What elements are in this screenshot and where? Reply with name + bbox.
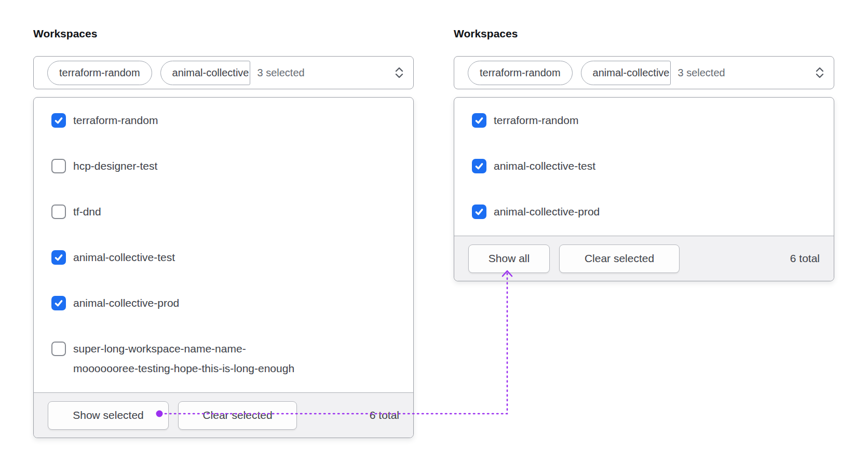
selected-tag-pill[interactable]: terraform-random — [468, 61, 573, 85]
selected-tag-pill[interactable]: animal-collective — [160, 61, 251, 85]
selected-tag-pill[interactable]: terraform-random — [47, 61, 152, 85]
dropdown-listbox: terraform-randomanimal-collective-testan… — [454, 97, 834, 281]
checkmark-icon — [474, 207, 484, 216]
checkmark-icon — [54, 253, 63, 262]
workspace-option[interactable]: terraform-random — [472, 111, 818, 130]
workspace-option[interactable]: animal-collective-prod — [472, 202, 818, 222]
show-all-button[interactable]: Show all — [468, 244, 550, 273]
checkmark-icon — [474, 116, 484, 125]
workspace-option[interactable]: super-long-workspace-name-name-moooooore… — [51, 339, 398, 378]
chevron-up-down-icon — [815, 66, 824, 79]
multiselect-panel-left: Workspaces terraform-randomanimal-collec… — [33, 27, 414, 438]
workspace-option[interactable]: animal-collective-prod — [51, 293, 398, 313]
checkmark-icon — [54, 298, 63, 308]
dropdown-footer: Show selected Clear selected 6 total — [34, 392, 413, 438]
dropdown-listbox: terraform-randomhcp-designer-testtf-dnda… — [33, 97, 414, 438]
selected-count: 3 selected — [257, 67, 304, 79]
workspace-option-label: terraform-random — [73, 111, 158, 130]
show-selected-button[interactable]: Show selected — [48, 401, 169, 430]
workspace-option-label: animal-collective-prod — [494, 202, 600, 222]
checkbox-checked[interactable] — [51, 296, 66, 310]
selected-tag-pills: terraform-randomanimal-collective — [47, 61, 250, 85]
workspace-option-label: animal-collective-test — [494, 156, 595, 176]
workspace-option-label: animal-collective-test — [73, 248, 175, 267]
dropdown-footer: Show all Clear selected 6 total — [454, 236, 834, 281]
multiselect-trigger[interactable]: terraform-randomanimal-collective 3 sele… — [454, 56, 834, 89]
workspace-option[interactable]: animal-collective-test — [51, 248, 398, 267]
selected-count: 3 selected — [677, 67, 725, 79]
field-label: Workspaces — [454, 27, 834, 40]
workspace-option[interactable]: terraform-random — [51, 111, 398, 130]
field-label: Workspaces — [33, 27, 414, 40]
workspace-option-label: super-long-workspace-name-name-moooooore… — [73, 339, 294, 378]
workspace-option-label: hcp-designer-test — [73, 156, 157, 176]
workspace-option[interactable]: tf-dnd — [51, 202, 398, 222]
multiselect-trigger[interactable]: terraform-randomanimal-collective 3 sele… — [33, 56, 414, 89]
multiselect-panel-right: Workspaces terraform-randomanimal-collec… — [454, 27, 834, 281]
checkbox-unchecked[interactable] — [51, 205, 66, 219]
total-count: 6 total — [790, 252, 820, 265]
option-list: terraform-randomanimal-collective-testan… — [454, 98, 834, 236]
selected-tag-pill[interactable]: animal-collective — [581, 61, 671, 85]
workspace-option-label: animal-collective-prod — [73, 293, 179, 313]
checkmark-icon — [54, 116, 63, 125]
option-list: terraform-randomhcp-designer-testtf-dnda… — [34, 98, 413, 392]
checkbox-unchecked[interactable] — [51, 342, 66, 356]
clear-selected-button[interactable]: Clear selected — [178, 401, 297, 430]
workspace-option[interactable]: animal-collective-test — [472, 156, 818, 176]
checkbox-checked[interactable] — [472, 113, 486, 128]
workspace-option-label: tf-dnd — [73, 202, 101, 222]
chevron-up-down-icon — [395, 66, 404, 79]
checkbox-checked[interactable] — [51, 113, 66, 128]
checkbox-checked[interactable] — [472, 159, 486, 173]
checkbox-unchecked[interactable] — [51, 159, 66, 173]
checkbox-checked[interactable] — [472, 205, 486, 219]
workspace-option-label: terraform-random — [494, 111, 578, 130]
clear-selected-button[interactable]: Clear selected — [559, 244, 680, 273]
workspace-option[interactable]: hcp-designer-test — [51, 156, 398, 176]
checkbox-checked[interactable] — [51, 250, 66, 265]
total-count: 6 total — [370, 409, 399, 421]
checkmark-icon — [474, 161, 484, 171]
selected-tag-pills: terraform-randomanimal-collective — [468, 61, 671, 85]
